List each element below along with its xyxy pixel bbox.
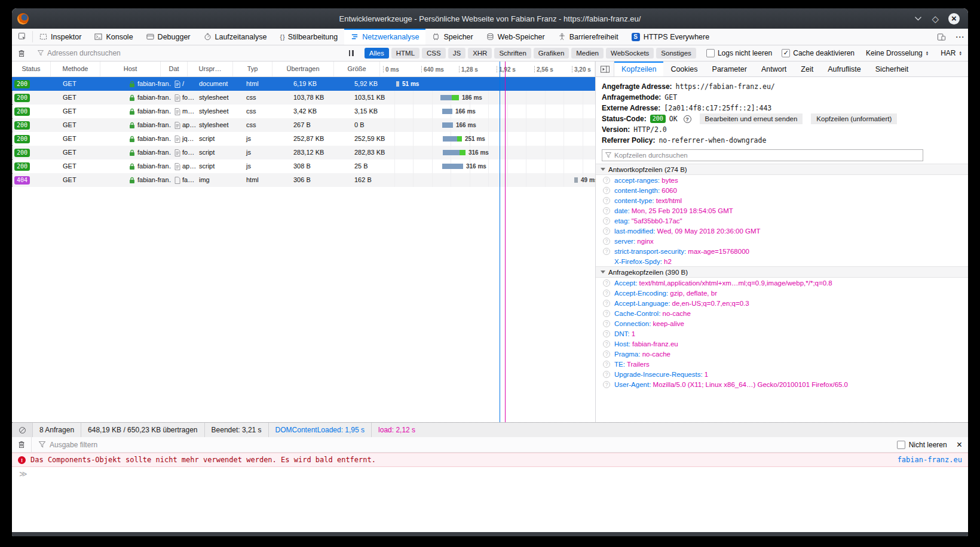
status-help-icon[interactable]: ? [684,115,691,123]
details-tab[interactable]: Aufrufliste [820,62,868,76]
request-row[interactable]: 200 GET fabian-fran… fo… stylesheet css … [12,91,595,105]
throttling-dropdown[interactable]: Keine Drosselung ▲▼ [866,49,929,57]
clear-console-button[interactable] [12,437,32,452]
details-tab[interactable]: Parameter [705,62,754,76]
request-row[interactable]: 200 GET fabian-fran… ap… stylesheet css … [12,118,595,132]
headers-filter-input[interactable]: Kopfzeilen durchsuchen [602,149,923,161]
header-help-icon[interactable]: ? [603,197,610,204]
header-row[interactable]: ? Connection: keep-alive [596,318,968,328]
type-filter-pill[interactable]: Medien [571,48,604,59]
request-row[interactable]: 404 GET fabian-fran… fa… img html 306 B … [12,173,595,187]
har-dropdown[interactable]: HAR ▲▼ [941,49,962,57]
header-help-icon[interactable]: ? [603,207,610,214]
pause-traffic-button[interactable] [344,50,359,56]
request-filter-input[interactable]: Adressen durchsuchen [32,49,344,57]
header-row[interactable]: ? etag: "5af35bb0-17ac" [596,216,968,226]
devtools-tab-https-everywhere[interactable]: S HTTPS Everywhere [625,29,716,45]
request-row[interactable]: 200 GET fabian-fran… m… stylesheet css 3… [12,105,595,118]
edit-resend-button[interactable]: Bearbeiten und erneut senden [700,113,803,124]
column-header-file[interactable]: Dat [161,62,188,76]
header-row[interactable]: ? Cache-Control: no-cache [596,308,968,318]
header-help-icon[interactable]: ? [603,310,610,317]
header-row[interactable]: ? Accept-Encoding: gzip, deflate, br [596,288,968,298]
header-help-icon[interactable]: ? [603,238,610,245]
header-help-icon[interactable]: ? [603,279,610,287]
header-row[interactable]: ? User-Agent: Mozilla/5.0 (X11; Linux x8… [596,379,968,389]
header-help-icon[interactable]: ? [603,300,610,307]
type-filter-pill[interactable]: Grafiken [534,48,569,59]
column-header-cause[interactable]: Urspr… [188,62,233,76]
window-shade-icon[interactable] [914,16,922,21]
header-row[interactable]: ? strict-transport-security: max-age=157… [596,246,968,256]
header-row[interactable]: ? Accept-Language: de,en-US;q=0.7,en;q=0… [596,298,968,308]
header-row[interactable]: ? Pragma: no-cache [596,349,968,359]
waterfall-header[interactable]: 0 ms 640 ms 1,28 s 1,92 s 2,56 s 3,20 s [380,62,595,76]
responsive-mode-button[interactable] [931,29,951,45]
devtools-tab-storage[interactable]: Web-Speicher [480,29,552,45]
type-filter-pill[interactable]: XHR [468,48,492,59]
type-filter-pill[interactable]: CSS [422,48,446,59]
devtools-tab-console[interactable]: Konsole [88,29,139,45]
request-row[interactable]: 200 GET fabian-fran… ap… script js 308 B… [12,159,595,173]
request-row[interactable]: 200 GET fabian-fran… / document html 6,1… [12,77,595,91]
header-help-icon[interactable]: ? [603,371,610,378]
column-header-type[interactable]: Typ [233,62,272,76]
console-persist-checkbox[interactable] [897,441,905,449]
header-row[interactable]: ? date: Mon, 25 Feb 2019 18:54:05 GMT [596,205,968,216]
header-help-icon[interactable]: ? [603,320,610,327]
network-throttle-icon[interactable] [12,423,33,437]
column-header-method[interactable]: Methode [51,62,100,76]
header-row[interactable]: ? Host: fabian-franz.eu [596,339,968,349]
header-help-icon[interactable]: ? [603,290,610,297]
header-row[interactable]: ? Accept: text/html,application/xhtml+xm… [596,278,968,288]
header-row[interactable]: ? accept-ranges: bytes [596,175,968,185]
header-help-icon[interactable]: ? [603,248,610,255]
devtools-tab-debugger[interactable]: Debugger [140,29,197,45]
console-filter-input[interactable]: Ausgabe filtern [39,441,97,449]
header-row[interactable]: ? content-type: text/html [596,195,968,205]
devtools-tab-performance[interactable]: Laufzeitanalyse [197,29,274,45]
header-row[interactable]: ? X-Firefox-Spdy: h2 [596,256,968,266]
header-row[interactable]: ? DNT: 1 [596,328,968,339]
window-maximize-icon[interactable]: ◇ [932,14,939,23]
column-header-host[interactable]: Host [100,62,161,76]
devtools-tab-memory[interactable]: Speicher [425,29,479,45]
details-tab[interactable]: Antwort [754,62,794,76]
header-help-icon[interactable]: ? [603,187,610,194]
dom-content-loaded-time[interactable]: DOMContentLoaded: 1,95 s [269,423,372,437]
console-source-link[interactable]: fabian-franz.eu [898,456,962,464]
window-titlebar[interactable]: Entwicklerwerkzeuge - Persönliche Websei… [12,8,968,29]
raw-headers-button[interactable]: Kopfzeilen (unformatiert) [811,113,897,124]
disable-cache-checkbox[interactable]: ✓ [782,49,790,57]
type-filter-pill[interactable]: HTML [391,48,419,59]
close-console-icon[interactable]: × [957,440,962,450]
details-tab[interactable]: Zeit [794,62,820,76]
header-help-icon[interactable]: ? [603,351,610,358]
header-row[interactable]: ? server: nginx [596,236,968,246]
type-filter-pill[interactable]: JS [448,48,466,59]
details-tab[interactable]: Kopfzeilen [614,62,663,76]
node-picker-button[interactable] [12,29,32,45]
persist-logs-checkbox[interactable] [706,49,715,57]
header-row[interactable]: ? content-length: 6060 [596,185,968,195]
console-empty-area[interactable] [12,481,968,532]
type-filter-pill[interactable]: WebSockets [606,48,654,59]
header-help-icon[interactable]: ? [603,361,610,368]
window-close-icon[interactable]: × [948,13,960,24]
console-input-line[interactable]: ≫ [12,467,968,481]
clear-requests-button[interactable] [12,50,31,57]
header-row[interactable]: ? last-modified: Wed, 09 May 2018 20:36:… [596,226,968,236]
type-filter-pill[interactable]: Alles [365,48,389,59]
response-headers-section[interactable]: Antwortkopfzeilen (274 B) [596,164,968,175]
header-help-icon[interactable]: ? [603,217,610,225]
devtools-tab-style-editor[interactable]: { } Stilbearbeitung [273,29,344,45]
header-help-icon[interactable]: ? [603,340,610,348]
request-headers-section[interactable]: Anfragekopfzeilen (390 B) [596,266,968,278]
header-row[interactable]: ? TE: Trailers [596,359,968,369]
close-details-pane-button[interactable] [596,62,614,76]
column-header-status[interactable]: Status [12,62,51,76]
header-help-icon[interactable]: ? [603,330,610,337]
devtools-tab-accessibility[interactable]: Barrierefreiheit [552,29,625,45]
request-row[interactable]: 200 GET fabian-fran… jq… script js 252,8… [12,132,595,146]
devtools-tab-inspector[interactable]: Inspektor [33,29,88,45]
